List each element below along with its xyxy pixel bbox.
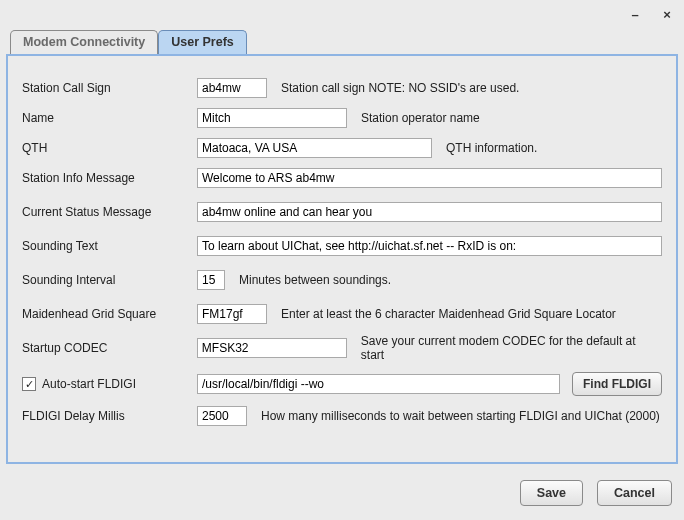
grid-input[interactable] <box>197 304 267 324</box>
close-button[interactable]: × <box>660 7 674 21</box>
delay-input[interactable] <box>197 406 247 426</box>
name-label: Name <box>22 111 197 125</box>
qth-label: QTH <box>22 141 197 155</box>
callsign-hint: Station call sign NOTE: NO SSID's are us… <box>281 81 519 95</box>
codec-label: Startup CODEC <box>22 341 197 355</box>
grid-hint: Enter at least the 6 character Maidenhea… <box>281 307 616 321</box>
tab-modem-connectivity[interactable]: Modem Connectivity <box>10 30 158 54</box>
sounding-interval-input[interactable] <box>197 270 225 290</box>
callsign-label: Station Call Sign <box>22 81 197 95</box>
qth-hint: QTH information. <box>446 141 537 155</box>
codec-input[interactable] <box>197 338 347 358</box>
name-input[interactable] <box>197 108 347 128</box>
stationinfo-label: Station Info Message <box>22 171 197 185</box>
autostart-checkbox[interactable]: ✓ <box>22 377 36 391</box>
qth-input[interactable] <box>197 138 432 158</box>
minimize-button[interactable]: – <box>628 7 642 21</box>
user-prefs-panel: Station Call Sign Station call sign NOTE… <box>6 54 678 464</box>
find-fldigi-button[interactable]: Find FLDIGI <box>572 372 662 396</box>
save-button[interactable]: Save <box>520 480 583 506</box>
sounding-text-label: Sounding Text <box>22 239 197 253</box>
autostart-label: Auto-start FLDIGI <box>42 377 136 391</box>
sounding-interval-hint: Minutes between soundings. <box>239 273 391 287</box>
status-input[interactable] <box>197 202 662 222</box>
autostart-row-label: ✓ Auto-start FLDIGI <box>22 377 197 391</box>
tab-user-prefs[interactable]: User Prefs <box>158 30 247 54</box>
sounding-interval-label: Sounding Interval <box>22 273 197 287</box>
grid-label: Maidenhead Grid Square <box>22 307 197 321</box>
sounding-text-input[interactable] <box>197 236 662 256</box>
delay-label: FLDIGI Delay Millis <box>22 409 197 423</box>
fldigi-path-input[interactable] <box>197 374 560 394</box>
callsign-input[interactable] <box>197 78 267 98</box>
cancel-button[interactable]: Cancel <box>597 480 672 506</box>
codec-hint: Save your current modem CODEC for the de… <box>361 334 662 362</box>
name-hint: Station operator name <box>361 111 480 125</box>
delay-hint: How many milliseconds to wait between st… <box>261 409 660 423</box>
status-label: Current Status Message <box>22 205 197 219</box>
stationinfo-input[interactable] <box>197 168 662 188</box>
